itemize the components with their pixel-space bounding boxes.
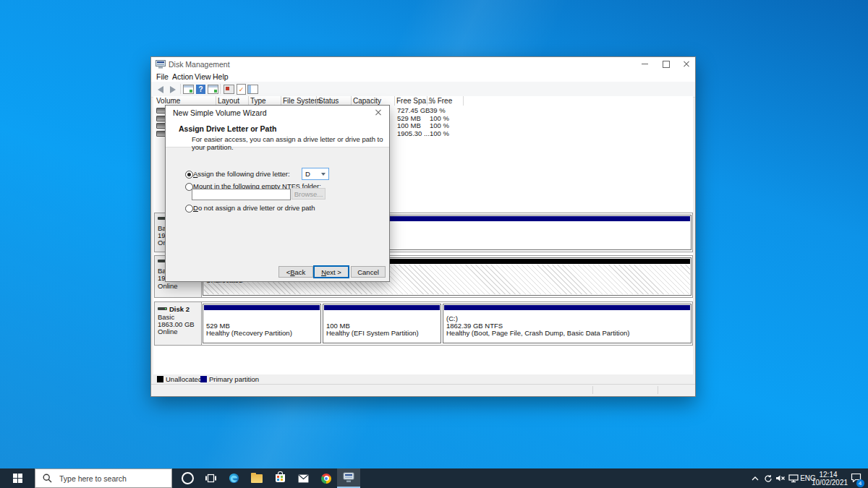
browse-button[interactable]: Browse... [292,188,326,200]
disk-management-icon [343,472,354,483]
action-menu-button[interactable] [224,84,234,95]
close-icon [683,61,690,68]
task-view-icon [205,474,216,483]
popup-menu-icon [224,85,234,94]
search-icon [43,474,52,483]
unallocated-swatch [157,376,163,382]
partition-health: Healthy (Recovery Partition) [206,330,292,337]
chrome-button[interactable] [315,468,337,488]
dialog-subheading: For easier access, you can assign a driv… [192,135,389,151]
volume-pct-free: 100 % [430,129,449,137]
dialog-titlebar[interactable]: New Simple Volume Wizard [166,106,389,119]
clock[interactable]: 12:14 10/02/2021 [812,471,845,487]
radio-no-drive-letter[interactable] [185,205,193,213]
file-explorer-button[interactable] [246,468,268,488]
menu-help[interactable]: Help [210,72,231,82]
col-capacity[interactable]: Capacity [353,97,381,105]
console-tree-button[interactable] [183,84,194,95]
back-arrow-icon [158,86,163,93]
chrome-icon [321,474,331,484]
taskbar-search[interactable] [35,468,172,488]
start-button[interactable] [0,468,35,488]
windows-logo-icon [13,474,22,483]
notification-bubble: 4 [851,472,861,485]
disk-management-taskbar-button[interactable] [337,468,360,488]
chevron-down-icon [321,173,326,176]
check-document-icon: ✓ [237,84,246,95]
mail-icon [298,474,309,483]
radio-assign-drive-letter[interactable] [185,171,193,179]
view-options-button[interactable] [247,84,258,95]
volume-muted-button[interactable] [774,468,787,488]
primary-partition-stripe [204,305,320,310]
back-button[interactable] [155,84,166,95]
network-icon [788,474,799,483]
menu-file[interactable]: File [154,72,171,82]
properties-button[interactable]: ✓ [236,84,247,95]
col-type[interactable]: Type [250,97,266,105]
maximize-button[interactable] [656,57,676,71]
primary-partition-swatch [200,376,207,382]
legend-primary-label: Primary partition [209,375,259,383]
col-pct-free[interactable]: % Free [429,97,452,105]
tray-expand-button[interactable] [749,468,761,488]
col-file-system[interactable]: File System [283,97,320,105]
speaker-muted-icon [775,474,786,482]
chevron-up-icon [752,476,759,481]
dialog-title: New Simple Volume Wizard [173,108,267,117]
close-button[interactable] [676,57,697,71]
volume-free-space: 1905.30 ... [397,129,430,137]
search-input[interactable] [58,474,171,484]
disk-management-app-icon [156,59,166,69]
disk-row: Disk 2 Basic 1863.00 GB Online 529 MB He… [154,301,693,346]
drive-letter-value: D [305,170,310,178]
partition-block[interactable]: (C:) 1862.39 GB NTFS Healthy (Boot, Page… [443,304,692,343]
window-title: Disk Management [169,60,230,69]
action-center-button[interactable]: 4 [845,468,867,488]
drive-letter-dropdown[interactable]: D [302,168,329,180]
panel-view-icon [247,85,258,94]
show-hide-tree-button[interactable] [208,84,218,95]
window-titlebar[interactable]: Disk Management [151,57,695,71]
next-button[interactable]: Next > [313,265,349,278]
back-button[interactable]: < Back [278,266,313,278]
help-icon: ? [196,85,205,94]
ntfs-folder-input[interactable] [192,189,291,200]
status-bar [151,384,695,395]
store-icon [276,474,285,482]
col-volume[interactable]: Volume [156,97,180,105]
col-layout[interactable]: Layout [218,97,239,105]
task-view-button[interactable] [200,468,221,488]
cortana-icon [182,472,194,484]
mail-button[interactable] [292,468,314,488]
panes-icon [208,85,218,94]
help-button[interactable]: ? [195,84,206,95]
clock-date: 10/02/2021 [812,479,845,487]
minimize-button[interactable] [634,57,655,71]
console-window-icon [183,85,194,94]
microsoft-store-button[interactable] [269,468,291,488]
cancel-button[interactable]: Cancel [351,266,386,278]
forward-arrow-icon [170,86,176,93]
dialog-close-button[interactable] [370,107,386,118]
volume-pct-free: 100 % [430,121,449,129]
menu-action[interactable]: Action [170,72,195,82]
radio-no-drive-letter-label[interactable]: Do not assign a drive letter or drive pa… [193,204,315,212]
disk-header[interactable]: Disk 2 Basic 1863.00 GB Online [155,302,202,345]
file-explorer-icon [251,474,263,483]
primary-partition-stripe [324,305,440,310]
partition-health: Healthy (Boot, Page File, Crash Dump, Ba… [446,330,629,337]
partition-block[interactable]: 100 MB Healthy (EFI System Partition) [323,304,441,343]
tray-sync-button[interactable] [762,468,774,488]
disk-status: Online [158,328,177,335]
edge-button[interactable] [223,468,244,488]
forward-button[interactable] [167,84,178,95]
dialog-heading: Assign Drive Letter or Path [179,124,276,133]
new-simple-volume-wizard-dialog: New Simple Volume Wizard Assign Drive Le… [165,105,390,282]
partition-block[interactable]: 529 MB Healthy (Recovery Partition) [203,304,321,343]
legend-unallocated-label: Unallocated [166,375,202,383]
col-status[interactable]: Status [318,97,339,105]
radio-assign-drive-letter-label[interactable]: Assign the following drive letter: [193,170,290,178]
primary-partition-stripe [444,305,690,310]
cortana-button[interactable] [176,468,198,488]
